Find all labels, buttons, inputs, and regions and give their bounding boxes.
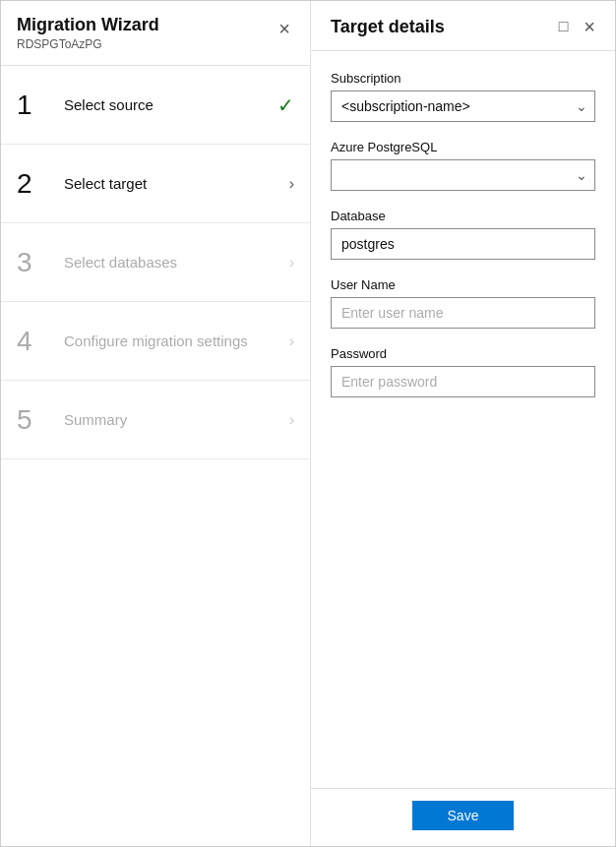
username-field-group: User Name — [331, 277, 595, 329]
right-header: Target details □ × — [311, 1, 615, 51]
step-4-configure-settings: 4 Configure migration settings › — [1, 302, 310, 381]
right-header-buttons: □ × — [555, 15, 599, 38]
database-field-group: Database — [331, 209, 595, 260]
step-5-summary: 5 Summary › — [1, 381, 310, 459]
step-1-select-source[interactable]: 1 Select source ✓ — [1, 66, 310, 145]
step-1-number: 1 — [17, 91, 52, 119]
maximize-button[interactable]: □ — [555, 17, 573, 36]
wizard-steps-panel: Migration Wizard RDSPGToAzPG × 1 Select … — [1, 1, 311, 846]
step-2-chevron-icon: › — [289, 175, 294, 193]
password-field-group: Password — [331, 346, 595, 397]
database-input[interactable] — [331, 228, 595, 260]
step-4-chevron-icon: › — [289, 333, 294, 350]
azure-postgresql-select[interactable] — [331, 159, 595, 191]
right-close-button[interactable]: × — [580, 15, 599, 38]
step-4-number: 4 — [17, 328, 52, 355]
right-content-area: Subscription <subscription-name> ⌄ Azure… — [311, 51, 615, 788]
wizard-header: Migration Wizard RDSPGToAzPG × — [1, 1, 310, 66]
username-label: User Name — [331, 277, 595, 292]
step-5-number: 5 — [17, 406, 52, 434]
password-input[interactable] — [331, 366, 595, 397]
wizard-close-button[interactable]: × — [275, 17, 294, 40]
step-1-check-icon: ✓ — [277, 93, 294, 117]
step-2-label: Select target — [64, 175, 281, 192]
step-2-number: 2 — [17, 170, 52, 198]
step-3-label: Select databases — [64, 254, 281, 271]
step-3-number: 3 — [17, 249, 52, 276]
step-list: 1 Select source ✓ 2 Select target › 3 Se… — [1, 66, 310, 846]
step-1-label: Select source — [64, 96, 270, 113]
step-2-select-target[interactable]: 2 Select target › — [1, 145, 310, 223]
subscription-select[interactable]: <subscription-name> — [331, 91, 595, 122]
subscription-select-wrapper[interactable]: <subscription-name> ⌄ — [331, 91, 595, 122]
azure-postgresql-label: Azure PostgreSQL — [331, 140, 595, 154]
save-button[interactable]: Save — [412, 801, 515, 830]
subscription-field-group: Subscription <subscription-name> ⌄ — [331, 71, 595, 122]
migration-wizard-dialog: Migration Wizard RDSPGToAzPG × 1 Select … — [0, 0, 616, 847]
wizard-title: Migration Wizard — [17, 15, 159, 35]
step-5-label: Summary — [64, 411, 281, 428]
step-4-label: Configure migration settings — [64, 333, 281, 349]
step-3-select-databases: 3 Select databases › — [1, 223, 310, 302]
subscription-label: Subscription — [331, 71, 595, 86]
step-3-chevron-icon: › — [289, 254, 294, 272]
username-input[interactable] — [331, 297, 595, 329]
right-footer: Save — [311, 788, 615, 846]
target-details-panel: Target details □ × Subscription <subscri… — [311, 1, 615, 846]
azure-postgresql-select-wrapper[interactable]: ⌄ — [331, 159, 595, 191]
password-label: Password — [331, 346, 595, 361]
database-label: Database — [331, 209, 595, 223]
step-5-chevron-icon: › — [289, 411, 294, 429]
right-panel-title: Target details — [331, 17, 445, 37]
azure-postgresql-field-group: Azure PostgreSQL ⌄ — [331, 140, 595, 191]
wizard-subtitle: RDSPGToAzPG — [17, 37, 159, 61]
